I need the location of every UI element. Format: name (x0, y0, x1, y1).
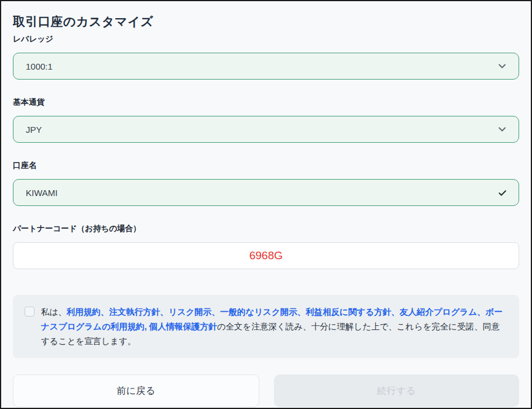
leverage-field-wrap: 1000:1 (13, 53, 519, 80)
account-customize-form: 取引口座のカスタマイズ レバレッジ 1000:1 基本通貨 JPY 口座名 パー… (1, 1, 531, 407)
terms-agreement-card: 私は、利用規約、注文執行方針、リスク開示、一般的なリスク開示、利益相反に関する方… (13, 295, 519, 358)
partner-code-label: パートナーコード（お持ちの場合） (13, 224, 519, 233)
terms-link[interactable]: 個人情報保護方針 (149, 322, 217, 331)
terms-link[interactable]: 利益相反に関する方針 (306, 307, 391, 317)
base-currency-value: JPY (26, 125, 42, 135)
form-actions: 前に戻る 続行する (13, 374, 519, 407)
terms-text-segment: , (145, 322, 149, 331)
base-currency-field-wrap: JPY (13, 116, 519, 143)
back-button[interactable]: 前に戻る (13, 374, 259, 407)
terms-text-segment: 、 (391, 307, 400, 317)
base-currency-label: 基本通貨 (13, 97, 519, 107)
terms-text-segment: 、 (160, 307, 169, 317)
partner-code-input[interactable] (13, 242, 519, 269)
partner-code-field-wrap (13, 242, 519, 269)
terms-text-segment: 、 (101, 307, 109, 317)
terms-text: 私は、利用規約、注文執行方針、リスク開示、一般的なリスク開示、利益相反に関する方… (41, 305, 507, 349)
terms-text-segment: 私は、 (41, 307, 67, 317)
terms-link[interactable]: 友人紹介プログラム (400, 307, 477, 317)
terms-link[interactable]: 利用規約 (67, 307, 101, 317)
base-currency-select[interactable]: JPY (13, 116, 519, 143)
page-title: 取引口座のカスタマイズ (13, 14, 519, 29)
leverage-select[interactable]: 1000:1 (13, 53, 519, 80)
leverage-label: レバレッジ (13, 34, 519, 44)
account-name-input[interactable] (13, 179, 519, 206)
terms-text-segment: 、 (477, 307, 486, 317)
account-name-label: 口座名 (13, 160, 519, 170)
terms-link[interactable]: リスク開示 (169, 307, 212, 317)
continue-button[interactable]: 続行する (274, 374, 519, 407)
leverage-value: 1000:1 (26, 61, 53, 71)
terms-text-segment: 、 (297, 307, 306, 317)
account-name-field-wrap (13, 179, 519, 206)
terms-link[interactable]: 一般的なリスク開示 (220, 307, 297, 317)
terms-link[interactable]: 注文執行方針 (109, 307, 160, 317)
terms-checkbox[interactable] (25, 307, 35, 317)
terms-text-segment: 、 (211, 307, 220, 317)
